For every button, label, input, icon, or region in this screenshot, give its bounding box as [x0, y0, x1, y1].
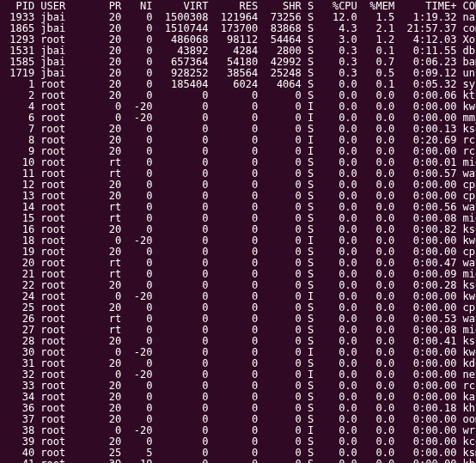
top-process-table: PID USER PR NI VIRT RES SHR S %CPU %MEM … [3, 1, 473, 463]
table-row[interactable]: 41 root 39 19 0 0 0 S 0.0 0.0 0:00.00 kh… [3, 459, 473, 463]
